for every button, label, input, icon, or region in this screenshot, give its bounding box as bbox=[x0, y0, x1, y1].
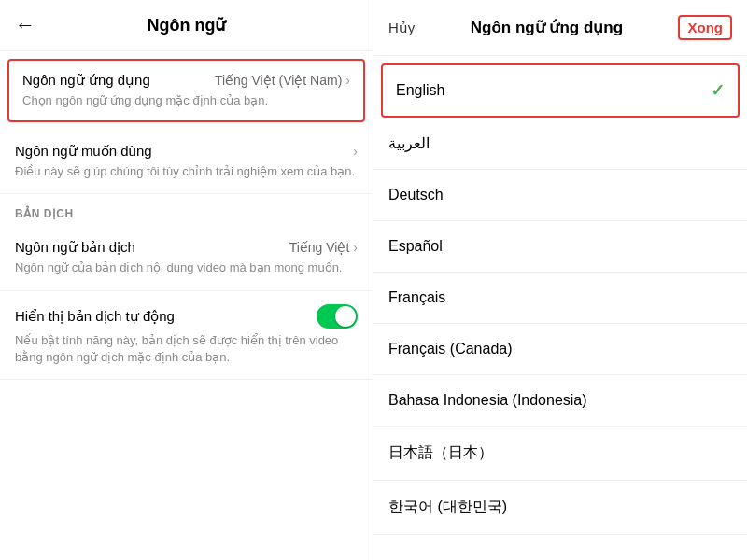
preferred-language-title: Ngôn ngữ muốn dùng bbox=[15, 143, 152, 160]
translation-language-desc: Ngôn ngữ của bản dịch nội dung video mà … bbox=[15, 259, 358, 276]
chevron-right-icon: › bbox=[345, 73, 350, 88]
translation-language-item[interactable]: Ngôn ngữ bản dịch Tiếng Việt › Ngôn ngữ … bbox=[0, 226, 373, 290]
auto-translate-desc: Nếu bật tính năng này, bản dịch sẽ được … bbox=[15, 332, 358, 366]
language-name: English bbox=[396, 82, 444, 99]
language-name: Deutsch bbox=[388, 187, 444, 203]
app-language-item[interactable]: Ngôn ngữ ứng dụng Tiếng Việt (Việt Nam) … bbox=[7, 59, 365, 122]
translation-language-value: Tiếng Việt › bbox=[289, 240, 358, 255]
auto-translate-toggle[interactable] bbox=[317, 304, 358, 329]
chevron-right-icon-3: › bbox=[353, 240, 358, 255]
language-item[interactable]: 한국어 (대한민국) bbox=[374, 481, 747, 535]
language-item[interactable]: English✓ bbox=[381, 63, 740, 118]
language-item[interactable]: Bahasa Indonesia (Indonesia) bbox=[374, 375, 747, 427]
app-language-desc: Chọn ngôn ngữ ứng dụng mặc định của bạn. bbox=[22, 92, 350, 109]
translation-language-row: Ngôn ngữ bản dịch Tiếng Việt › bbox=[15, 239, 358, 256]
language-name: 日本語（日本） bbox=[388, 443, 493, 463]
section-label-translation: BẢN DỊCH bbox=[0, 194, 373, 226]
auto-translate-item: Hiển thị bản dịch tự động Nếu bật tính n… bbox=[0, 291, 373, 380]
left-panel: ← Ngôn ngữ Ngôn ngữ ứng dụng Tiếng Việt … bbox=[0, 0, 374, 560]
auto-translate-title: Hiển thị bản dịch tự động bbox=[15, 308, 175, 325]
language-list: English✓العربيةDeutschEspañolFrançaisFra… bbox=[374, 56, 747, 560]
app-language-title: Ngôn ngữ ứng dụng bbox=[22, 72, 150, 89]
language-name: 한국어 (대한민국) bbox=[388, 497, 507, 517]
language-item[interactable]: Français (Canada) bbox=[374, 324, 747, 375]
preferred-language-desc: Điều này sẽ giúp chúng tôi tùy chỉnh trả… bbox=[15, 163, 358, 180]
right-panel: Hủy Ngôn ngữ ứng dụng Xong English✓العرب… bbox=[374, 0, 747, 560]
translation-language-title: Ngôn ngữ bản dịch bbox=[15, 239, 135, 256]
language-name: Español bbox=[388, 238, 443, 255]
language-item[interactable]: 日本語（日本） bbox=[374, 427, 747, 481]
left-panel-title: Ngôn ngữ bbox=[148, 15, 226, 35]
language-item[interactable]: Français bbox=[374, 273, 747, 324]
language-name: العربية bbox=[388, 134, 430, 152]
app-language-row: Ngôn ngữ ứng dụng Tiếng Việt (Việt Nam) … bbox=[22, 72, 350, 89]
done-button[interactable]: Xong bbox=[678, 15, 732, 40]
language-name: Français (Canada) bbox=[388, 341, 513, 357]
left-content: Ngôn ngữ ứng dụng Tiếng Việt (Việt Nam) … bbox=[0, 51, 373, 560]
language-item[interactable]: العربية bbox=[374, 118, 747, 170]
app-language-value: Tiếng Việt (Việt Nam) › bbox=[215, 73, 350, 88]
language-item[interactable]: Deutsch bbox=[374, 170, 747, 221]
language-name: Français bbox=[388, 289, 445, 306]
left-header: ← Ngôn ngữ bbox=[0, 0, 373, 51]
check-icon: ✓ bbox=[711, 80, 725, 101]
preferred-language-item[interactable]: Ngôn ngữ muốn dùng › Điều này sẽ giúp ch… bbox=[0, 130, 373, 194]
right-panel-title: Ngôn ngữ ứng dụng bbox=[471, 18, 623, 37]
language-item[interactable]: Español bbox=[374, 221, 747, 273]
language-name: Bahasa Indonesia (Indonesia) bbox=[388, 392, 587, 409]
back-button[interactable]: ← bbox=[15, 15, 35, 35]
preferred-language-row: Ngôn ngữ muốn dùng › bbox=[15, 143, 358, 160]
right-header: Hủy Ngôn ngữ ứng dụng Xong bbox=[374, 0, 747, 56]
toggle-row: Hiển thị bản dịch tự động bbox=[15, 304, 358, 329]
cancel-button[interactable]: Hủy bbox=[388, 20, 415, 36]
chevron-right-icon-2: › bbox=[353, 144, 358, 159]
